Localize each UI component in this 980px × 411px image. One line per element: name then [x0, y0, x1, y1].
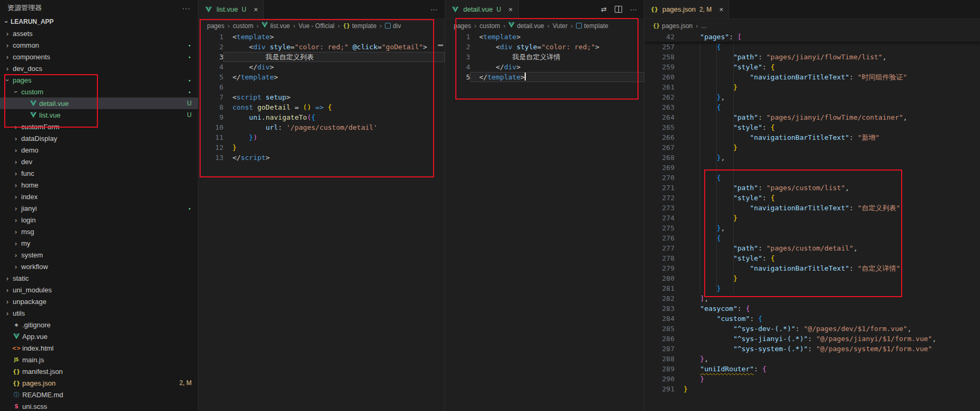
breadcrumb-item[interactable]: detail.vue: [508, 22, 544, 30]
tab-pages.json[interactable]: {}pages.json2, M×: [644, 0, 729, 19]
tab-detail.vue[interactable]: detail.vueU×: [445, 0, 519, 19]
code-line[interactable]: 284 "custom": {: [644, 314, 980, 324]
tree-item-App.vue[interactable]: App.vue: [0, 330, 198, 342]
breadcrumb-item[interactable]: template: [576, 22, 608, 30]
code-line[interactable]: 9 uni.navigateTo({: [199, 112, 445, 122]
breadcrumb-item[interactable]: custom: [233, 22, 254, 30]
code-line[interactable]: 260 "navigationBarTitleText": "时间组件验证": [644, 72, 980, 82]
code-line[interactable]: 291}: [644, 384, 980, 394]
open-changes-icon[interactable]: ⇄: [601, 5, 607, 13]
code-line[interactable]: 286 "^sys-jianyi-(.*)": "@/pages/jianyi/…: [644, 334, 980, 344]
tree-item-dataDisplay[interactable]: ›dataDisplay: [0, 132, 198, 144]
tree-item-index[interactable]: ›index: [0, 191, 198, 202]
more-actions-icon[interactable]: ···: [430, 5, 437, 13]
tree-item-static[interactable]: ›static: [0, 272, 198, 284]
code-line[interactable]: 274 }: [644, 213, 980, 223]
code-line[interactable]: 266 "navigationBarTitleText": "新增": [644, 132, 980, 142]
tree-item-detail.vue[interactable]: detail.vueU: [0, 97, 198, 109]
code-line[interactable]: 287 "^sys-system-(.*)": "@/pages/system/…: [644, 344, 980, 354]
code-line[interactable]: 258 "path": "pages/jianyi/flowTime/list"…: [644, 52, 980, 62]
code-line[interactable]: 276 {: [644, 233, 980, 243]
tree-item-.gitignore[interactable]: ◆.gitignore: [0, 319, 198, 330]
close-icon[interactable]: ×: [254, 5, 258, 14]
code-line[interactable]: 5</template>: [199, 72, 445, 82]
code-line[interactable]: 257 {: [644, 42, 980, 52]
more-actions-icon[interactable]: ···: [630, 5, 637, 13]
code-line[interactable]: 283 "easycom": {: [644, 303, 980, 314]
breadcrumb-item[interactable]: {}pages.json: [653, 22, 693, 30]
tree-item-msg[interactable]: ›msg: [0, 226, 198, 237]
tab-list.vue[interactable]: list.vueU×: [199, 0, 264, 19]
code-line[interactable]: 271 "path": "pages/custom/list",: [644, 183, 980, 193]
code-line[interactable]: 12}: [199, 142, 445, 153]
code-line[interactable]: 275 },: [644, 223, 980, 233]
code-line[interactable]: 268 },: [644, 153, 980, 163]
code-line[interactable]: 5</template>: [445, 72, 644, 82]
code-line[interactable]: 272 "style": {: [644, 193, 980, 203]
tree-item-assets[interactable]: ›assets: [0, 28, 198, 39]
code-line[interactable]: 4 </div>: [199, 62, 445, 72]
code-line[interactable]: 279 "navigationBarTitleText": "自定义详情": [644, 263, 980, 273]
code-line[interactable]: 1<template>: [445, 32, 644, 42]
breadcrumb-item[interactable]: list.vue: [262, 22, 290, 30]
breadcrumb-item[interactable]: pages: [207, 22, 224, 30]
tree-item-my[interactable]: ›my: [0, 237, 198, 249]
close-icon[interactable]: ×: [719, 5, 723, 14]
code-line[interactable]: 13</script>: [199, 153, 445, 163]
breadcrumb-item[interactable]: pages: [454, 22, 471, 30]
breadcrumb-item[interactable]: div: [385, 22, 401, 30]
tree-item-README.md[interactable]: ⓘREADME.md: [0, 389, 198, 400]
code-line[interactable]: 8const goDetail = () => {: [199, 102, 445, 112]
tree-item-login[interactable]: ›login: [0, 214, 198, 226]
code-line[interactable]: 1<template>: [199, 32, 445, 42]
code-line[interactable]: 10 url: '/pages/custom/detail': [199, 122, 445, 132]
code-line[interactable]: 261 }: [644, 82, 980, 92]
tree-item-common[interactable]: ›common●: [0, 39, 198, 51]
tree-item-manifest.json[interactable]: {}manifest.json: [0, 365, 198, 377]
code-line[interactable]: 277 "path": "pages/custom/detail",: [644, 243, 980, 253]
sticky-scroll-line[interactable]: 42 "pages": [: [644, 32, 980, 42]
code-line[interactable]: 273 "navigationBarTitleText": "自定义列表": [644, 203, 980, 213]
tree-item-unpackage[interactable]: ›unpackage: [0, 296, 198, 307]
code-line[interactable]: 263 {: [644, 102, 980, 112]
more-actions-icon[interactable]: ···: [182, 4, 191, 12]
code-line[interactable]: 11 }): [199, 132, 445, 142]
split-editor-icon[interactable]: [615, 6, 622, 13]
code-line[interactable]: 281 }: [644, 283, 980, 293]
code-line[interactable]: 289 "uniIdRouter": {: [644, 364, 980, 374]
code-line[interactable]: 3 我是自定义详情: [445, 52, 644, 62]
code-line[interactable]: 7<script setup>: [199, 92, 445, 102]
tree-root[interactable]: › LEARUN_APP: [0, 16, 198, 28]
tree-item-dev[interactable]: ›dev: [0, 156, 198, 167]
tree-item-workflow[interactable]: ›workflow: [0, 261, 198, 272]
code-line[interactable]: 2 <div style="color: red;" @click="goDet…: [199, 42, 445, 52]
tree-item-uni.scss[interactable]: Suni.scss: [0, 400, 198, 411]
tree-item-home[interactable]: ›home: [0, 179, 198, 191]
tree-item-index.html[interactable]: <>index.html: [0, 342, 198, 354]
tree-item-list.vue[interactable]: list.vueU: [0, 109, 198, 121]
code-line[interactable]: 270 {: [644, 173, 980, 183]
code-line[interactable]: 280 }: [644, 273, 980, 283]
tree-item-pages.json[interactable]: {}pages.json2, M: [0, 377, 198, 389]
tree-item-dev_docs[interactable]: ›dev_docs: [0, 62, 198, 74]
breadcrumb-item[interactable]: custom: [480, 22, 500, 30]
tree-item-utils[interactable]: ›utils: [0, 307, 198, 319]
breadcrumb-item[interactable]: {}template: [343, 22, 376, 30]
tree-item-customForm[interactable]: ›customForm: [0, 121, 198, 132]
code-line[interactable]: 2 <div style="color: red;">: [445, 42, 644, 52]
code-line[interactable]: 267 }: [644, 142, 980, 153]
code-line[interactable]: 259 "style": {: [644, 62, 980, 72]
code-line[interactable]: 4 </div>: [445, 62, 644, 72]
code-line[interactable]: 264 "path": "pages/jianyi/flowTime/conta…: [644, 112, 980, 122]
code-line[interactable]: 288 },: [644, 354, 980, 364]
tree-item-main.js[interactable]: JSmain.js: [0, 354, 198, 365]
close-icon[interactable]: ×: [508, 5, 513, 14]
code-line[interactable]: 262 },: [644, 92, 980, 102]
tree-item-components[interactable]: ›components●: [0, 51, 198, 62]
code-line[interactable]: 290 }: [644, 374, 980, 384]
tree-item-custom[interactable]: ›custom●: [0, 86, 198, 97]
code-line[interactable]: 285 "^sys-dev-(.*)": "@/pages/dev/$1/for…: [644, 324, 980, 334]
breadcrumb-item[interactable]: Vue - Official: [299, 22, 335, 30]
breadcrumb-item[interactable]: ...: [701, 22, 706, 30]
tree-item-system[interactable]: ›system: [0, 249, 198, 261]
